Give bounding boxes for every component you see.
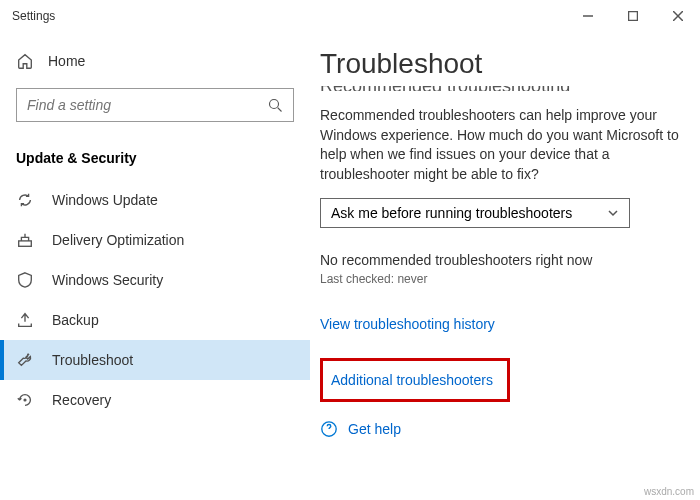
search-icon — [268, 98, 283, 113]
backup-icon — [16, 311, 34, 329]
sidebar: Home Update & Security Windows Update De… — [0, 32, 310, 500]
sync-icon — [16, 191, 34, 209]
home-label: Home — [48, 53, 85, 69]
svg-point-4 — [270, 99, 279, 108]
sidebar-item-windows-security[interactable]: Windows Security — [0, 260, 310, 300]
description-text: Recommended troubleshooters can help imp… — [320, 106, 690, 184]
page-title: Troubleshoot — [320, 48, 690, 80]
delivery-icon — [16, 231, 34, 249]
window-title: Settings — [12, 9, 55, 23]
status-text: No recommended troubleshooters right now — [320, 252, 690, 268]
sidebar-item-backup[interactable]: Backup — [0, 300, 310, 340]
sidebar-item-windows-update[interactable]: Windows Update — [0, 180, 310, 220]
svg-point-7 — [24, 399, 26, 401]
troubleshooter-dropdown[interactable]: Ask me before running troubleshooters — [320, 198, 630, 228]
help-icon — [320, 420, 338, 438]
sidebar-item-label: Troubleshoot — [52, 352, 133, 368]
home-icon — [16, 52, 34, 70]
sidebar-item-label: Delivery Optimization — [52, 232, 184, 248]
shield-icon — [16, 271, 34, 289]
chevron-down-icon — [607, 207, 619, 219]
sidebar-item-label: Backup — [52, 312, 99, 328]
search-input[interactable] — [16, 88, 294, 122]
sidebar-item-delivery-optimization[interactable]: Delivery Optimization — [0, 220, 310, 260]
maximize-button[interactable] — [610, 0, 655, 32]
get-help-row[interactable]: Get help — [320, 420, 690, 438]
search-field[interactable] — [27, 97, 245, 113]
nav-list: Windows Update Delivery Optimization Win… — [0, 180, 310, 420]
last-checked-text: Last checked: never — [320, 272, 690, 286]
titlebar: Settings — [0, 0, 700, 32]
close-button[interactable] — [655, 0, 700, 32]
sidebar-item-recovery[interactable]: Recovery — [0, 380, 310, 420]
main-content: Troubleshoot Recommended troubleshooting… — [310, 32, 700, 500]
watermark: wsxdn.com — [644, 486, 694, 497]
history-link[interactable]: View troubleshooting history — [320, 316, 690, 332]
window-controls — [565, 0, 700, 32]
additional-troubleshooters-link[interactable]: Additional troubleshooters — [331, 372, 493, 388]
additional-troubleshooters-highlight: Additional troubleshooters — [320, 358, 510, 402]
sidebar-item-label: Windows Update — [52, 192, 158, 208]
get-help-link: Get help — [348, 421, 401, 437]
svg-rect-6 — [19, 241, 32, 246]
svg-rect-1 — [628, 12, 637, 21]
section-subheader-cutoff: Recommended troubleshooting — [320, 86, 690, 92]
home-button[interactable]: Home — [0, 44, 310, 78]
section-header: Update & Security — [0, 142, 310, 180]
minimize-button[interactable] — [565, 0, 610, 32]
svg-line-5 — [278, 107, 282, 111]
dropdown-value: Ask me before running troubleshooters — [331, 205, 572, 221]
sidebar-item-label: Recovery — [52, 392, 111, 408]
sidebar-item-label: Windows Security — [52, 272, 163, 288]
recovery-icon — [16, 391, 34, 409]
wrench-icon — [16, 351, 34, 369]
sidebar-item-troubleshoot[interactable]: Troubleshoot — [0, 340, 310, 380]
